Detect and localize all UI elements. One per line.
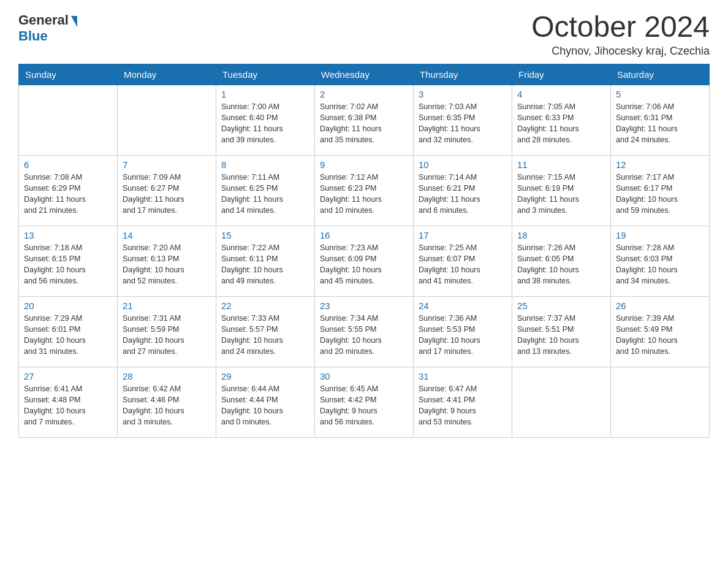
calendar-cell: 18Sunrise: 7:26 AMSunset: 6:05 PMDayligh…	[512, 226, 611, 297]
calendar-cell: 23Sunrise: 7:34 AMSunset: 5:55 PMDayligh…	[315, 297, 414, 367]
day-info: Sunrise: 7:15 AMSunset: 6:19 PMDaylight:…	[517, 172, 605, 216]
day-info: Sunrise: 7:02 AMSunset: 6:38 PMDaylight:…	[320, 101, 408, 146]
day-number: 22	[221, 301, 309, 311]
calendar-header-saturday: Saturday	[611, 64, 710, 85]
day-number: 19	[616, 230, 704, 240]
day-number: 29	[221, 371, 309, 381]
day-number: 11	[517, 159, 605, 170]
page-header: General Blue October 2024 Chynov, Jihoce…	[18, 12, 710, 58]
day-number: 27	[24, 371, 112, 381]
calendar-table: SundayMondayTuesdayWednesdayThursdayFrid…	[18, 64, 710, 438]
calendar-cell: 3Sunrise: 7:03 AMSunset: 6:35 PMDaylight…	[414, 85, 512, 156]
calendar-cell: 21Sunrise: 7:31 AMSunset: 5:59 PMDayligh…	[118, 297, 216, 367]
calendar-cell: 9Sunrise: 7:12 AMSunset: 6:23 PMDaylight…	[315, 156, 414, 226]
day-info: Sunrise: 7:18 AMSunset: 6:15 PMDaylight:…	[24, 242, 112, 287]
calendar-header-sunday: Sunday	[19, 64, 118, 85]
day-number: 4	[517, 89, 605, 99]
day-info: Sunrise: 7:11 AMSunset: 6:25 PMDaylight:…	[221, 172, 309, 216]
day-number: 9	[320, 159, 408, 170]
calendar-cell	[611, 367, 710, 438]
day-number: 1	[221, 89, 309, 99]
calendar-cell: 20Sunrise: 7:29 AMSunset: 6:01 PMDayligh…	[19, 297, 118, 367]
calendar-cell: 16Sunrise: 7:23 AMSunset: 6:09 PMDayligh…	[315, 226, 414, 297]
logo-blue-text: Blue	[18, 28, 48, 44]
day-number: 20	[24, 301, 112, 311]
day-number: 8	[221, 159, 309, 170]
week-row-2: 6Sunrise: 7:08 AMSunset: 6:29 PMDaylight…	[19, 156, 710, 226]
day-info: Sunrise: 7:33 AMSunset: 5:57 PMDaylight:…	[221, 313, 309, 358]
calendar-header-wednesday: Wednesday	[315, 64, 414, 85]
day-info: Sunrise: 7:39 AMSunset: 5:49 PMDaylight:…	[616, 313, 704, 358]
day-number: 18	[517, 230, 605, 240]
week-row-1: 1Sunrise: 7:00 AMSunset: 6:40 PMDaylight…	[19, 85, 710, 156]
day-info: Sunrise: 6:45 AMSunset: 4:42 PMDaylight:…	[320, 383, 408, 428]
day-number: 10	[419, 159, 507, 170]
day-number: 21	[123, 301, 211, 311]
day-info: Sunrise: 7:26 AMSunset: 6:05 PMDaylight:…	[517, 242, 605, 287]
day-number: 12	[616, 159, 704, 170]
day-number: 28	[123, 371, 211, 381]
day-number: 3	[419, 89, 507, 99]
day-info: Sunrise: 7:14 AMSunset: 6:21 PMDaylight:…	[419, 172, 507, 216]
calendar-cell: 31Sunrise: 6:47 AMSunset: 4:41 PMDayligh…	[414, 367, 512, 438]
calendar-cell: 5Sunrise: 7:06 AMSunset: 6:31 PMDaylight…	[611, 85, 710, 156]
calendar-cell	[19, 85, 118, 156]
week-row-4: 20Sunrise: 7:29 AMSunset: 6:01 PMDayligh…	[19, 297, 710, 367]
calendar-header-tuesday: Tuesday	[216, 64, 315, 85]
calendar-cell: 4Sunrise: 7:05 AMSunset: 6:33 PMDaylight…	[512, 85, 611, 156]
day-info: Sunrise: 7:08 AMSunset: 6:29 PMDaylight:…	[24, 172, 112, 216]
logo-arrow-icon	[71, 16, 77, 27]
day-info: Sunrise: 7:06 AMSunset: 6:31 PMDaylight:…	[616, 101, 704, 146]
day-info: Sunrise: 6:41 AMSunset: 4:48 PMDaylight:…	[24, 383, 112, 428]
day-info: Sunrise: 7:36 AMSunset: 5:53 PMDaylight:…	[419, 313, 507, 358]
calendar-header-friday: Friday	[512, 64, 611, 85]
day-info: Sunrise: 6:47 AMSunset: 4:41 PMDaylight:…	[419, 383, 507, 428]
day-info: Sunrise: 7:31 AMSunset: 5:59 PMDaylight:…	[123, 313, 211, 358]
logo: General Blue	[18, 12, 77, 44]
day-number: 6	[24, 159, 112, 170]
day-number: 26	[616, 301, 704, 311]
calendar-cell: 1Sunrise: 7:00 AMSunset: 6:40 PMDaylight…	[216, 85, 315, 156]
day-number: 14	[123, 230, 211, 240]
calendar-header-monday: Monday	[118, 64, 216, 85]
day-info: Sunrise: 6:44 AMSunset: 4:44 PMDaylight:…	[221, 383, 309, 428]
day-number: 17	[419, 230, 507, 240]
calendar-cell: 17Sunrise: 7:25 AMSunset: 6:07 PMDayligh…	[414, 226, 512, 297]
calendar-cell: 28Sunrise: 6:42 AMSunset: 4:46 PMDayligh…	[118, 367, 216, 438]
day-number: 25	[517, 301, 605, 311]
day-info: Sunrise: 7:29 AMSunset: 6:01 PMDaylight:…	[24, 313, 112, 358]
calendar-cell: 22Sunrise: 7:33 AMSunset: 5:57 PMDayligh…	[216, 297, 315, 367]
day-info: Sunrise: 7:20 AMSunset: 6:13 PMDaylight:…	[123, 242, 211, 287]
day-number: 15	[221, 230, 309, 240]
day-number: 23	[320, 301, 408, 311]
day-info: Sunrise: 7:25 AMSunset: 6:07 PMDaylight:…	[419, 242, 507, 287]
calendar-cell: 13Sunrise: 7:18 AMSunset: 6:15 PMDayligh…	[19, 226, 118, 297]
day-number: 5	[616, 89, 704, 99]
calendar-cell: 7Sunrise: 7:09 AMSunset: 6:27 PMDaylight…	[118, 156, 216, 226]
calendar-cell: 14Sunrise: 7:20 AMSunset: 6:13 PMDayligh…	[118, 226, 216, 297]
calendar-cell: 26Sunrise: 7:39 AMSunset: 5:49 PMDayligh…	[611, 297, 710, 367]
day-info: Sunrise: 7:37 AMSunset: 5:51 PMDaylight:…	[517, 313, 605, 358]
calendar-cell: 12Sunrise: 7:17 AMSunset: 6:17 PMDayligh…	[611, 156, 710, 226]
calendar-cell: 27Sunrise: 6:41 AMSunset: 4:48 PMDayligh…	[19, 367, 118, 438]
calendar-cell: 25Sunrise: 7:37 AMSunset: 5:51 PMDayligh…	[512, 297, 611, 367]
calendar-cell: 8Sunrise: 7:11 AMSunset: 6:25 PMDaylight…	[216, 156, 315, 226]
day-number: 7	[123, 159, 211, 170]
day-info: Sunrise: 7:22 AMSunset: 6:11 PMDaylight:…	[221, 242, 309, 287]
logo-general-text: General	[18, 12, 69, 28]
day-number: 2	[320, 89, 408, 99]
calendar-cell: 6Sunrise: 7:08 AMSunset: 6:29 PMDaylight…	[19, 156, 118, 226]
day-info: Sunrise: 7:17 AMSunset: 6:17 PMDaylight:…	[616, 172, 704, 216]
calendar-cell: 24Sunrise: 7:36 AMSunset: 5:53 PMDayligh…	[414, 297, 512, 367]
calendar-cell: 10Sunrise: 7:14 AMSunset: 6:21 PMDayligh…	[414, 156, 512, 226]
week-row-3: 13Sunrise: 7:18 AMSunset: 6:15 PMDayligh…	[19, 226, 710, 297]
day-info: Sunrise: 7:09 AMSunset: 6:27 PMDaylight:…	[123, 172, 211, 216]
calendar-cell: 2Sunrise: 7:02 AMSunset: 6:38 PMDaylight…	[315, 85, 414, 156]
day-info: Sunrise: 7:03 AMSunset: 6:35 PMDaylight:…	[419, 101, 507, 146]
calendar-cell: 19Sunrise: 7:28 AMSunset: 6:03 PMDayligh…	[611, 226, 710, 297]
day-number: 30	[320, 371, 408, 381]
day-info: Sunrise: 6:42 AMSunset: 4:46 PMDaylight:…	[123, 383, 211, 428]
calendar-header-row: SundayMondayTuesdayWednesdayThursdayFrid…	[19, 64, 710, 85]
calendar-header-thursday: Thursday	[414, 64, 512, 85]
day-info: Sunrise: 7:34 AMSunset: 5:55 PMDaylight:…	[320, 313, 408, 358]
